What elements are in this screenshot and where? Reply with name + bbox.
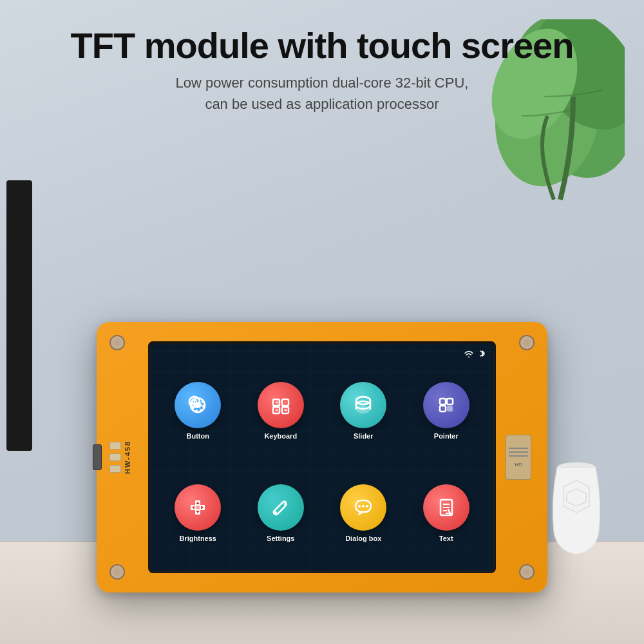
app-label-button: Button [187, 432, 209, 440]
svg-rect-28 [447, 406, 453, 412]
svg-rect-26 [447, 399, 453, 404]
app-label-brightness: Brightness [180, 535, 216, 542]
pcb-btn-3 [109, 465, 121, 473]
svg-text:=: = [284, 407, 287, 413]
pcb-hole-bl [109, 564, 125, 580]
svg-point-42 [366, 505, 368, 507]
app-item-keyboard[interactable]: + - × = Keyboard [243, 363, 319, 459]
app-label-pointer: Pointer [434, 432, 459, 440]
svg-text:+: + [275, 399, 278, 406]
svg-point-41 [362, 505, 365, 507]
device: HW-458 HD [97, 322, 547, 592]
pcb-hole-tr [519, 335, 535, 350]
app-item-slider[interactable]: Slider [326, 363, 401, 459]
module-line-2 [509, 451, 528, 453]
app-item-button[interactable]: Button [160, 363, 236, 459]
app-label-keyboard: Keyboard [264, 432, 297, 440]
screen-status-icons [464, 349, 486, 360]
pcb-components-left [109, 442, 121, 473]
app-item-brightness[interactable]: Brightness [160, 466, 236, 562]
svg-point-33 [194, 504, 201, 511]
app-icon-brightness[interactable] [175, 484, 221, 531]
pcb-btn-1 [109, 442, 121, 450]
app-label-text: Text [439, 535, 453, 542]
screen-inner: Button + - × [151, 344, 493, 571]
pcb-right-module: HD [506, 435, 531, 480]
bluetooth-icon [479, 349, 486, 360]
app-label-settings: Settings [267, 535, 294, 542]
svg-point-10 [195, 402, 200, 408]
app-grid: Button + - × [160, 363, 484, 561]
app-item-pointer[interactable]: Pointer [409, 363, 484, 459]
pcb-btn-2 [109, 453, 121, 461]
svg-point-21 [356, 406, 370, 413]
app-item-text[interactable]: Text [409, 466, 484, 562]
app-icon-text[interactable] [423, 484, 469, 531]
app-icon-dialog[interactable] [340, 484, 386, 531]
hd-label: HD [515, 462, 522, 468]
app-icon-keyboard[interactable]: + - × = [258, 382, 304, 428]
app-item-dialog[interactable]: Dialog box [326, 466, 401, 562]
module-line-1 [509, 448, 528, 449]
svg-text:-: - [284, 399, 286, 406]
wifi-icon [464, 349, 474, 360]
app-icon-slider[interactable] [340, 382, 386, 428]
app-icon-button[interactable] [175, 382, 221, 428]
subtitle: Low power consumption dual-core 32-bit C… [0, 72, 644, 115]
svg-rect-27 [440, 406, 446, 412]
device-label: HW-458 [124, 440, 131, 474]
svg-point-38 [274, 511, 277, 514]
vase-decoration [544, 448, 609, 560]
app-icon-settings[interactable] [258, 484, 304, 531]
module-line-3 [509, 455, 528, 457]
app-label-slider: Slider [354, 432, 374, 440]
pcb-board: HW-458 HD [97, 322, 547, 592]
pcb-hole-br [519, 564, 535, 580]
main-title: TFT module with touch screen [0, 26, 644, 66]
svg-point-40 [358, 505, 361, 507]
pcb-hole-tl [109, 335, 125, 350]
svg-rect-25 [440, 399, 446, 404]
svg-text:×: × [275, 407, 278, 413]
app-item-settings[interactable]: Settings [243, 466, 319, 562]
app-icon-pointer[interactable] [423, 382, 469, 428]
app-label-dialog: Dialog box [345, 535, 381, 542]
screen-outer: Button + - × [148, 341, 496, 573]
usb-port [93, 444, 102, 470]
header-section: TFT module with touch screen Low power c… [0, 26, 644, 115]
frame-decoration [6, 180, 32, 451]
